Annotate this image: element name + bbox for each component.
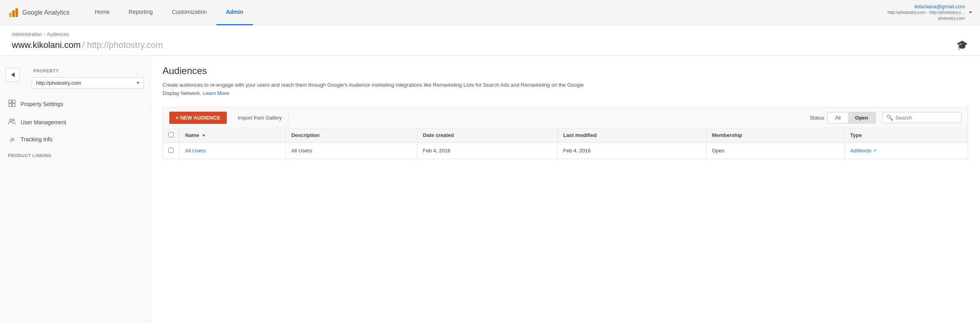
table-toolbar: + NEW AUDIENCE Import from Gallery Statu… bbox=[163, 107, 968, 128]
svg-rect-6 bbox=[12, 104, 15, 106]
account-info: leilaniana@gmail.com http://photostry.co… bbox=[888, 4, 972, 22]
th-type: Type bbox=[844, 128, 968, 142]
main-layout: PROPERTY http://photostry.com Property S… bbox=[0, 56, 980, 323]
select-all-checkbox[interactable] bbox=[168, 132, 174, 137]
js-icon: .js bbox=[8, 137, 16, 142]
learn-more-link[interactable]: Learn More bbox=[203, 90, 229, 96]
adwords-label: AdWords bbox=[850, 148, 871, 154]
th-checkbox bbox=[163, 128, 180, 142]
page-title-separator: / bbox=[82, 40, 87, 50]
sidebar-item-tracking-info[interactable]: .js Tracking Info bbox=[0, 131, 150, 148]
user-management-label: User Management bbox=[21, 119, 66, 125]
ga-logo-icon bbox=[8, 7, 19, 18]
svg-point-7 bbox=[10, 119, 12, 122]
audiences-table: Name Description Date created Last modif… bbox=[163, 128, 968, 159]
sidebar-top-row: PROPERTY http://photostry.com bbox=[0, 60, 150, 95]
name-sort-icon[interactable] bbox=[202, 135, 205, 137]
breadcrumb-parent[interactable]: Administration bbox=[12, 32, 42, 37]
th-description: Description bbox=[285, 128, 417, 142]
breadcrumb-separator: › bbox=[44, 32, 45, 37]
nav-links: Home Reporting Customization Admin bbox=[85, 0, 888, 25]
account-site: photostry.com bbox=[888, 15, 965, 21]
status-button-group: All Open bbox=[827, 112, 876, 124]
td-membership: Open bbox=[706, 142, 844, 159]
status-all-button[interactable]: All bbox=[828, 112, 848, 123]
table-row: All Users All Users Feb 4, 2016 Feb 4, 2… bbox=[163, 142, 968, 159]
status-open-button[interactable]: Open bbox=[848, 112, 875, 123]
top-navigation: Google Analytics Home Reporting Customiz… bbox=[0, 0, 980, 25]
nav-home[interactable]: Home bbox=[85, 0, 119, 25]
table-header: Name Description Date created Last modif… bbox=[163, 128, 968, 142]
td-description: All Users bbox=[285, 142, 417, 159]
tracking-info-label: Tracking Info bbox=[21, 136, 52, 142]
new-audience-button[interactable]: + NEW AUDIENCE bbox=[169, 112, 227, 124]
td-date-created: Feb 4, 2016 bbox=[417, 142, 557, 159]
search-icon: 🔍 bbox=[886, 114, 893, 121]
content-area: Audiences Create audiences to re-engage … bbox=[151, 56, 980, 323]
row-checkbox[interactable] bbox=[168, 148, 174, 153]
logo-text: Google Analytics bbox=[22, 9, 69, 16]
audiences-description: Create audiences to re-engage with your … bbox=[163, 81, 599, 98]
th-membership: Membership bbox=[706, 128, 844, 142]
svg-rect-2 bbox=[15, 8, 18, 17]
page-title-sub: http://photostry.com bbox=[87, 40, 163, 50]
logo-area: Google Analytics bbox=[8, 7, 69, 18]
svg-point-8 bbox=[13, 119, 15, 121]
svg-rect-1 bbox=[12, 10, 15, 17]
td-checkbox bbox=[163, 142, 180, 159]
account-email[interactable]: leilaniana@gmail.com bbox=[888, 4, 965, 10]
users-icon bbox=[8, 118, 16, 126]
status-label: Status bbox=[810, 115, 824, 121]
account-property: http://photostry.com - http://photostry.… bbox=[888, 10, 965, 15]
import-from-gallery-button[interactable]: Import from Gallery bbox=[232, 112, 289, 124]
td-name: All Users bbox=[180, 142, 286, 159]
nav-customization[interactable]: Customization bbox=[162, 0, 216, 25]
nav-reporting[interactable]: Reporting bbox=[119, 0, 163, 25]
table-header-row: Name Description Date created Last modif… bbox=[163, 128, 968, 142]
page-title: www.kikolani.com / http://photostry.com bbox=[12, 40, 163, 50]
svg-rect-3 bbox=[9, 100, 11, 103]
property-selector[interactable]: http://photostry.com bbox=[32, 77, 144, 89]
sidebar-section-label: PROPERTY bbox=[25, 64, 150, 76]
svg-rect-0 bbox=[9, 13, 11, 17]
th-name: Name bbox=[180, 128, 286, 142]
breadcrumb-current: Audiences bbox=[47, 32, 69, 37]
grid-icon bbox=[8, 100, 16, 108]
search-box: 🔍 bbox=[882, 112, 961, 123]
search-input[interactable] bbox=[896, 115, 955, 121]
sidebar-item-property-settings[interactable]: Property Settings bbox=[0, 95, 150, 114]
svg-rect-5 bbox=[9, 104, 11, 106]
td-type: AdWords ↗ bbox=[844, 142, 968, 159]
back-arrow-icon bbox=[11, 72, 15, 77]
account-dropdown-arrow[interactable] bbox=[969, 11, 972, 13]
breadcrumb: Administration › Audiences bbox=[12, 32, 968, 37]
th-last-modified: Last modified bbox=[557, 128, 706, 142]
sidebar-back-button[interactable] bbox=[6, 68, 20, 82]
property-select-value: http://photostry.com bbox=[36, 80, 136, 86]
external-link-icon: ↗ bbox=[873, 148, 876, 153]
property-settings-label: Property Settings bbox=[21, 101, 63, 107]
audience-name-link[interactable]: All Users bbox=[185, 148, 206, 154]
adwords-link[interactable]: AdWords ↗ bbox=[850, 148, 962, 154]
th-date-created: Date created bbox=[417, 128, 557, 142]
page-title-row: www.kikolani.com / http://photostry.com … bbox=[12, 40, 968, 51]
page-title-main: www.kikolani.com bbox=[12, 40, 81, 50]
property-select-arrow bbox=[136, 82, 140, 84]
sidebar-item-user-management[interactable]: User Management bbox=[0, 114, 150, 131]
td-last-modified: Feb 4, 2016 bbox=[557, 142, 706, 159]
graduation-icon: 🎓 bbox=[956, 40, 968, 51]
nav-admin[interactable]: Admin bbox=[216, 0, 253, 25]
page-header: Administration › Audiences www.kikolani.… bbox=[0, 25, 980, 56]
svg-rect-4 bbox=[12, 100, 15, 103]
sidebar-product-section: PRODUCT LINKING bbox=[0, 148, 150, 160]
sidebar: PROPERTY http://photostry.com Property S… bbox=[0, 56, 151, 323]
audiences-title: Audiences bbox=[163, 65, 968, 76]
th-name-label: Name bbox=[185, 132, 199, 138]
table-body: All Users All Users Feb 4, 2016 Feb 4, 2… bbox=[163, 142, 968, 159]
